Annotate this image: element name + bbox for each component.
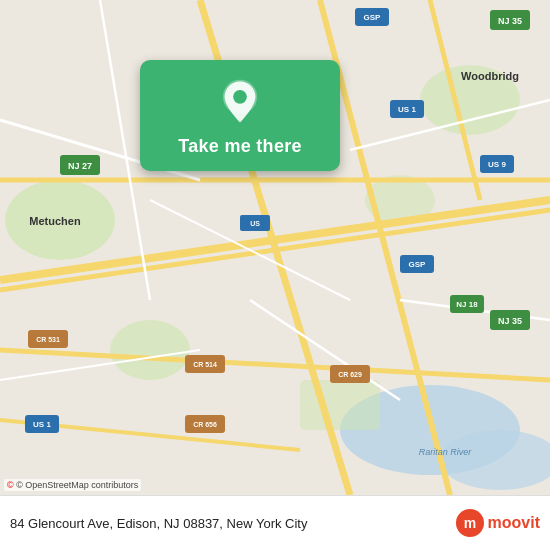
svg-text:US: US	[250, 220, 260, 227]
svg-text:GSP: GSP	[364, 13, 382, 22]
bottom-bar: 84 Glencourt Ave, Edison, NJ 08837, New …	[0, 495, 550, 550]
location-card: Take me there	[140, 60, 340, 171]
map-container: NJ 35 NJ 27 US 1 US 9 US GSP GSP NJ 18	[0, 0, 550, 495]
address-text: 84 Glencourt Ave, Edison, NJ 08837, New …	[10, 516, 448, 531]
svg-point-55	[233, 90, 247, 104]
map-attribution: © © OpenStreetMap contributors	[4, 479, 141, 491]
svg-rect-7	[300, 380, 380, 430]
svg-text:CR 629: CR 629	[338, 371, 362, 378]
moovit-logo-icon: m	[456, 509, 484, 537]
svg-text:CR 514: CR 514	[193, 361, 217, 368]
moovit-label: moovit	[488, 514, 540, 532]
svg-text:NJ 27: NJ 27	[68, 161, 92, 171]
svg-text:Raritan River: Raritan River	[419, 447, 473, 457]
take-me-there-button[interactable]: Take me there	[178, 136, 302, 157]
attribution-text: © OpenStreetMap contributors	[16, 480, 138, 490]
svg-text:GSP: GSP	[409, 260, 427, 269]
svg-text:NJ 18: NJ 18	[456, 300, 478, 309]
svg-text:CR 656: CR 656	[193, 421, 217, 428]
moovit-logo: m moovit	[456, 509, 540, 537]
svg-text:CR 531: CR 531	[36, 336, 60, 343]
svg-text:US 1: US 1	[33, 420, 51, 429]
svg-text:US 9: US 9	[488, 160, 506, 169]
svg-text:Metuchen: Metuchen	[29, 215, 81, 227]
app: NJ 35 NJ 27 US 1 US 9 US GSP GSP NJ 18	[0, 0, 550, 550]
svg-text:US 1: US 1	[398, 105, 416, 114]
copyright-symbol: ©	[7, 480, 14, 490]
svg-text:Woodbridg: Woodbridg	[461, 70, 519, 82]
svg-text:NJ 35: NJ 35	[498, 316, 522, 326]
svg-text:m: m	[463, 515, 475, 531]
svg-point-4	[110, 320, 190, 380]
svg-text:NJ 35: NJ 35	[498, 16, 522, 26]
location-pin-icon	[216, 78, 264, 126]
